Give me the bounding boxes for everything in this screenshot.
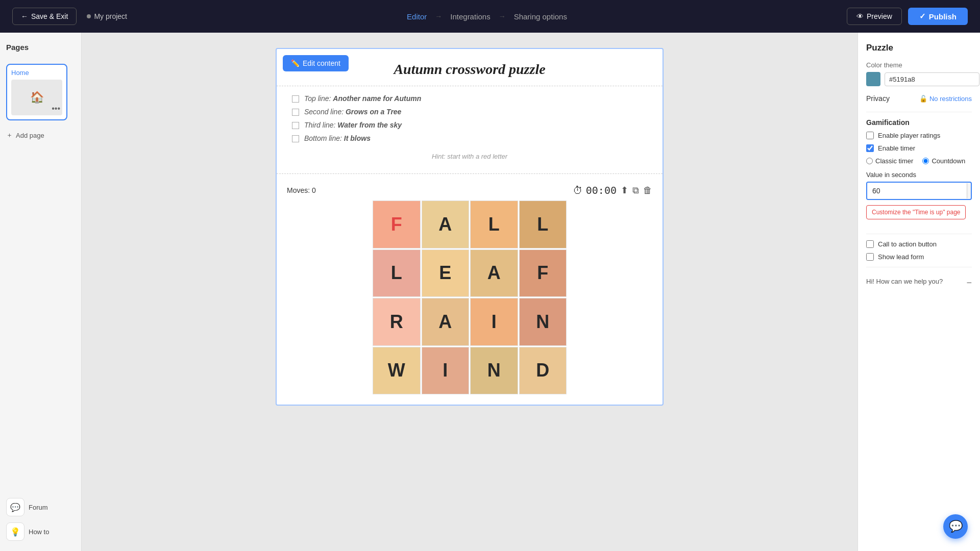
grid-cell-15[interactable]: D — [519, 347, 567, 395]
color-theme-row — [866, 72, 972, 86]
howto-icon: 💡 — [6, 522, 24, 541]
project-name: My project — [87, 12, 127, 20]
color-swatch[interactable] — [866, 72, 880, 86]
forum-icon: 💬 — [6, 498, 24, 516]
enable-timer-checkbox[interactable] — [866, 144, 874, 152]
main-layout: Pages Home 🏠 ••• ＋ Add page 💬 Forum 💡 Ho… — [0, 33, 980, 551]
grid-cell-2[interactable]: L — [470, 201, 518, 248]
sidebar: Pages Home 🏠 ••• ＋ Add page 💬 Forum 💡 Ho… — [0, 33, 82, 551]
grid-cell-10[interactable]: I — [470, 298, 518, 346]
call-to-action-checkbox[interactable] — [866, 240, 874, 248]
page-card-label: Home — [11, 69, 62, 77]
show-lead-form-checkbox[interactable] — [866, 253, 874, 261]
clue-3-checkbox[interactable] — [292, 122, 299, 129]
grid-cell-5[interactable]: E — [422, 249, 470, 297]
show-lead-form-row: Show lead form — [866, 253, 972, 261]
enable-ratings-row: Enable player ratings — [866, 132, 972, 139]
edit-button-label: Edit content — [303, 59, 340, 67]
nav-integrations[interactable]: Integrations — [450, 12, 490, 21]
show-lead-form-label: Show lead form — [878, 253, 924, 261]
delete-icon[interactable]: 🗑 — [643, 185, 652, 196]
privacy-value[interactable]: 🔓 No restrictions — [919, 95, 972, 103]
grid-cell-6[interactable]: A — [470, 249, 518, 297]
spinner-up-button[interactable]: ▲ — [967, 183, 972, 191]
right-panel: Puzzle Color theme Privacy 🔓 No restrict… — [857, 33, 980, 551]
moves-counter: Moves: 0 — [287, 186, 316, 194]
canvas-area: ✏️ Edit content Autumn crossword puzzle … — [82, 33, 857, 551]
value-spinner: ▲ ▼ — [967, 183, 972, 198]
sidebar-bottom-tools: 💬 Forum 💡 How to — [6, 498, 75, 541]
help-text: Hi! How can we help you? — [866, 278, 972, 285]
clue-1: Top line: Another name for Autumn — [292, 94, 647, 103]
add-page-button[interactable]: ＋ Add page — [6, 131, 75, 140]
timer-display: ⏱ 00:00 — [573, 184, 617, 196]
enable-ratings-label: Enable player ratings — [878, 132, 940, 139]
classic-timer-option[interactable]: Classic timer — [866, 157, 913, 165]
call-to-action-row: Call to action button — [866, 240, 972, 248]
grid-cell-9[interactable]: A — [422, 298, 470, 346]
grid-cell-7[interactable]: F — [519, 249, 567, 297]
privacy-row: Privacy 🔓 No restrictions — [866, 94, 972, 103]
grid-cell-14[interactable]: N — [470, 347, 518, 395]
more-options-icon[interactable]: ••• — [52, 104, 60, 113]
plus-icon: ＋ — [6, 131, 13, 140]
clue-2-checkbox[interactable] — [292, 109, 299, 116]
check-icon: ✓ — [919, 12, 926, 21]
classic-timer-label: Classic timer — [875, 157, 913, 165]
countdown-option[interactable]: Countdown — [922, 157, 965, 165]
preview-button[interactable]: 👁 Preview — [847, 8, 902, 25]
value-in-seconds-label: Value in seconds — [866, 171, 972, 179]
publish-button[interactable]: ✓ Publish — [908, 8, 968, 25]
pencil-icon: ✏️ — [291, 59, 300, 67]
howto-label: How to — [29, 528, 49, 536]
grid-cell-11[interactable]: N — [519, 298, 567, 346]
timer-icon: ⏱ — [573, 184, 583, 196]
grid-cell-8[interactable]: R — [373, 298, 421, 346]
save-exit-button[interactable]: ← Save & Exit — [12, 8, 77, 25]
grid-cell-4[interactable]: L — [373, 249, 421, 297]
arrow-sep-2: → — [499, 12, 506, 20]
nav-sharing[interactable]: Sharing options — [514, 12, 567, 21]
add-page-label: Add page — [16, 132, 44, 139]
color-hex-input[interactable] — [885, 72, 979, 86]
sidebar-tool-forum[interactable]: 💬 Forum — [6, 498, 75, 516]
divider-2 — [866, 234, 972, 234]
edit-content-button[interactable]: ✏️ Edit content — [283, 55, 349, 71]
countdown-radio[interactable] — [922, 158, 929, 164]
grid-cell-12[interactable]: W — [373, 347, 421, 395]
collapse-button[interactable]: − — [966, 278, 972, 288]
grid-cell-13[interactable]: I — [422, 347, 470, 395]
project-name-label: My project — [94, 12, 127, 20]
value-in-seconds-input[interactable] — [867, 183, 967, 199]
grid-cell-1[interactable]: A — [422, 201, 470, 248]
customize-time-is-up-link[interactable]: Customize the "Time is up" page — [866, 205, 966, 219]
clue-3-label: Third line: Water from the sky — [304, 121, 402, 129]
grid-cell-3[interactable]: L — [519, 201, 567, 248]
classic-timer-radio[interactable] — [866, 158, 873, 164]
canvas-frame: ✏️ Edit content Autumn crossword puzzle … — [276, 48, 664, 406]
grid-cell-0[interactable]: F — [373, 201, 421, 248]
topbar-left: ← Save & Exit My project — [12, 8, 127, 25]
timer-value: 00:00 — [586, 184, 617, 196]
enable-ratings-checkbox[interactable] — [866, 132, 874, 139]
puzzle-grid-container: Moves: 0 ⏱ 00:00 ⬆ ⧉ 🗑 FALLLEAFRAINWIND — [277, 174, 663, 405]
clue-3: Third line: Water from the sky — [292, 121, 647, 129]
color-theme-label: Color theme — [866, 61, 972, 69]
nav-editor[interactable]: Editor — [407, 12, 427, 21]
sidebar-pages-title: Pages — [6, 43, 75, 52]
clue-4-checkbox[interactable] — [292, 135, 299, 142]
privacy-label: Privacy — [866, 94, 890, 103]
topbar-nav: Editor → Integrations → Sharing options — [135, 12, 839, 21]
dot-icon — [87, 14, 91, 18]
upload-icon[interactable]: ⬆ — [621, 185, 628, 196]
spinner-down-button[interactable]: ▼ — [967, 191, 972, 198]
clue-1-checkbox[interactable] — [292, 95, 299, 103]
chat-fab-button[interactable]: 💬 — [943, 514, 968, 539]
copy-icon[interactable]: ⧉ — [632, 185, 639, 196]
enable-timer-row: Enable timer — [866, 144, 972, 152]
page-card-home[interactable]: Home 🏠 ••• — [6, 64, 67, 120]
puzzle-top-bar: Moves: 0 ⏱ 00:00 ⬆ ⧉ 🗑 — [287, 184, 652, 196]
puzzle-grid[interactable]: FALLLEAFRAINWIND — [373, 201, 567, 394]
sidebar-tool-howto[interactable]: 💡 How to — [6, 522, 75, 541]
divider-3 — [866, 267, 972, 267]
